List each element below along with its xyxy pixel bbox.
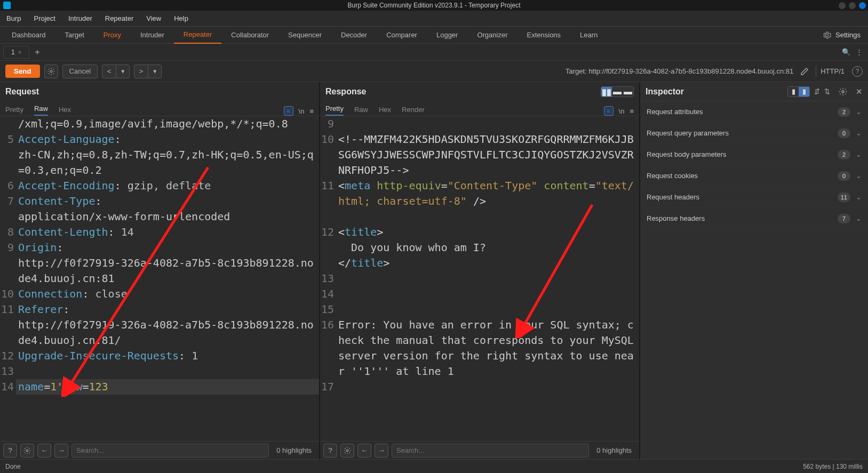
chevron-down-icon: ⌄ bbox=[856, 193, 862, 201]
chevron-down-icon: ⌄ bbox=[856, 129, 862, 137]
cancel-button[interactable]: Cancel bbox=[62, 65, 98, 78]
actions-icon[interactable]: ≡ bbox=[604, 106, 614, 116]
search-prev-button[interactable]: ← bbox=[37, 444, 51, 458]
editor-tab-hex[interactable]: Hex bbox=[379, 106, 391, 116]
minimize-button[interactable] bbox=[839, 2, 846, 9]
response-editor[interactable]: 910 11 1213141516 17 <!--MMZFM422K5HDASK… bbox=[320, 116, 639, 441]
tab-organizer[interactable]: Organizer bbox=[467, 27, 517, 44]
tab-label: 1 bbox=[11, 49, 15, 56]
protocol-label[interactable]: HTTP/1 bbox=[821, 67, 845, 75]
help-icon[interactable]: ? bbox=[3, 444, 17, 458]
inspector-layout-toggle[interactable]: ▮ ▮ bbox=[787, 86, 810, 97]
tab-sequencer[interactable]: Sequencer bbox=[278, 27, 331, 44]
chevron-down-icon: ⌄ bbox=[856, 108, 862, 116]
tab-target[interactable]: Target bbox=[55, 27, 94, 44]
layout-columns-icon[interactable]: ▮▮ bbox=[601, 87, 612, 97]
edit-target-icon[interactable] bbox=[798, 65, 811, 78]
status-bar: Done 562 bytes | 130 millis bbox=[0, 459, 868, 473]
repeater-tab-1[interactable]: 1 × bbox=[3, 46, 29, 59]
editor-tab-raw[interactable]: Raw bbox=[354, 106, 368, 116]
layout-left-icon[interactable]: ▮ bbox=[788, 87, 799, 97]
request-editor[interactable]: 5 6789 1011 121314 /xml;q=0.9,image/avif… bbox=[0, 116, 319, 441]
settings-link[interactable]: Settings bbox=[835, 31, 861, 39]
response-editor-tabs: PrettyRawHexRender ≡ \n ≡ bbox=[320, 101, 639, 116]
newline-icon[interactable]: \n bbox=[299, 107, 305, 115]
app-icon bbox=[3, 2, 11, 9]
layout-rows-icon[interactable]: ▬ bbox=[612, 87, 623, 97]
response-bottom-bar: ? ← → 0 highlights bbox=[320, 441, 639, 459]
history-back-group: < ▾ bbox=[102, 65, 130, 78]
gear-icon[interactable] bbox=[340, 444, 354, 458]
tab-learn[interactable]: Learn bbox=[570, 27, 607, 44]
repeater-subtabs: 1 × + 🔍 ⋮ bbox=[0, 44, 868, 61]
editor-tab-pretty[interactable]: Pretty bbox=[325, 105, 344, 116]
tab-dashboard[interactable]: Dashboard bbox=[2, 27, 55, 44]
menu-repeater[interactable]: Repeater bbox=[105, 14, 133, 22]
search-prev-button[interactable]: ← bbox=[357, 444, 371, 458]
search-next-button[interactable]: → bbox=[375, 444, 388, 458]
tab-collaborator[interactable]: Collaborator bbox=[221, 27, 278, 44]
tab-proxy[interactable]: Proxy bbox=[94, 27, 131, 44]
history-back-button[interactable]: < bbox=[102, 65, 116, 78]
request-title: Request bbox=[5, 87, 39, 97]
close-inspector-icon[interactable]: ✕ bbox=[856, 87, 863, 97]
inspector-section-request-headers[interactable]: Request headers 11 ⌄ bbox=[640, 187, 868, 208]
menu-view[interactable]: View bbox=[146, 14, 161, 22]
add-tab-button[interactable]: + bbox=[35, 47, 39, 57]
tab-repeater[interactable]: Repeater bbox=[174, 27, 221, 44]
menu-help[interactable]: Help bbox=[174, 14, 188, 22]
send-options-gear-icon[interactable] bbox=[44, 65, 58, 78]
layout-toggle[interactable]: ▮▮ ▬ ▬ bbox=[601, 86, 634, 97]
chevron-down-icon: ⌄ bbox=[856, 214, 862, 222]
close-tab-icon[interactable]: × bbox=[18, 49, 21, 55]
layout-right-icon[interactable]: ▮ bbox=[799, 87, 809, 97]
newline-icon[interactable]: \n bbox=[619, 107, 625, 115]
menu-burp[interactable]: Burp bbox=[6, 14, 21, 22]
request-search-input[interactable] bbox=[71, 444, 269, 458]
editor-tab-render[interactable]: Render bbox=[402, 106, 425, 116]
response-search-input[interactable] bbox=[392, 444, 589, 458]
inspector-section-response-headers[interactable]: Response headers 7 ⌄ bbox=[640, 208, 868, 229]
gear-icon[interactable] bbox=[20, 444, 34, 458]
send-button[interactable]: Send bbox=[5, 65, 40, 78]
help-icon[interactable]: ? bbox=[323, 444, 337, 458]
inspector-gear-icon[interactable] bbox=[839, 87, 847, 96]
tab-logger[interactable]: Logger bbox=[427, 27, 467, 44]
help-icon[interactable]: ? bbox=[852, 66, 863, 77]
history-back-dropdown[interactable]: ▾ bbox=[116, 65, 130, 78]
layout-single-icon[interactable]: ▬ bbox=[623, 87, 633, 97]
editor-tab-hex[interactable]: Hex bbox=[59, 106, 71, 116]
collapse-icon[interactable]: ⇅ bbox=[824, 87, 830, 95]
editor-tab-raw[interactable]: Raw bbox=[34, 105, 48, 116]
tab-intruder[interactable]: Intruder bbox=[131, 27, 174, 44]
menu-icon[interactable]: ≡ bbox=[309, 107, 314, 115]
tab-decoder[interactable]: Decoder bbox=[331, 27, 377, 44]
tab-comparer[interactable]: Comparer bbox=[377, 27, 427, 44]
editor-tab-pretty[interactable]: Pretty bbox=[5, 106, 23, 116]
request-bottom-bar: ? ← → 0 highlights bbox=[0, 441, 319, 459]
svg-point-0 bbox=[50, 70, 52, 73]
inspector-section-request-body-parameters[interactable]: Request body parameters 2 ⌄ bbox=[640, 144, 868, 165]
history-fwd-button[interactable]: > bbox=[134, 65, 148, 78]
status-right: 562 bytes | 130 millis bbox=[803, 463, 863, 470]
search-icon[interactable]: 🔍 bbox=[842, 48, 850, 56]
history-fwd-dropdown[interactable]: ▾ bbox=[148, 65, 162, 78]
close-button[interactable] bbox=[859, 2, 866, 9]
settings-icon[interactable] bbox=[823, 31, 831, 39]
inspector-section-request-attributes[interactable]: Request attributes 2 ⌄ bbox=[640, 101, 868, 123]
maximize-button[interactable] bbox=[849, 2, 856, 9]
svg-point-1 bbox=[26, 450, 28, 452]
request-pane: Request PrettyRawHex ≡ \n ≡ 5 6789 1011 … bbox=[0, 82, 320, 459]
inspector-section-request-query-parameters[interactable]: Request query parameters 0 ⌄ bbox=[640, 123, 868, 144]
actions-icon[interactable]: ≡ bbox=[284, 106, 293, 116]
more-icon[interactable]: ⋮ bbox=[856, 48, 863, 56]
window-title: Burp Suite Community Edition v2023.9.1 -… bbox=[348, 2, 521, 9]
request-editor-tabs: PrettyRawHex ≡ \n ≡ bbox=[0, 101, 319, 116]
menu-intruder[interactable]: Intruder bbox=[68, 14, 92, 22]
menu-project[interactable]: Project bbox=[34, 14, 55, 22]
search-next-button[interactable]: → bbox=[54, 444, 68, 458]
tab-extensions[interactable]: Extensions bbox=[517, 27, 571, 44]
menu-icon[interactable]: ≡ bbox=[630, 107, 634, 115]
inspector-section-request-cookies[interactable]: Request cookies 0 ⌄ bbox=[640, 165, 868, 187]
expand-icon[interactable]: ⇵ bbox=[814, 87, 820, 95]
